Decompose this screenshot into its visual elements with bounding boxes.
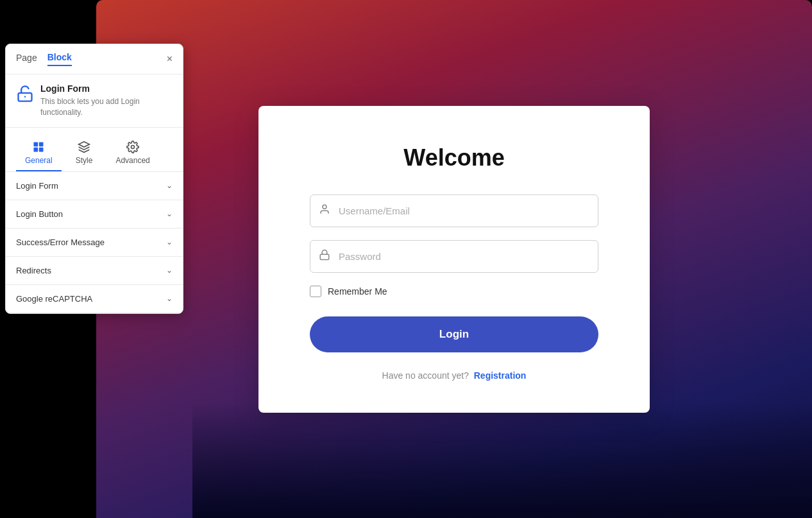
svg-point-6 — [131, 145, 135, 148]
registration-link[interactable]: Registration — [474, 370, 527, 381]
accordion-redirects-label: Redirects — [16, 266, 51, 275]
chevron-down-icon: ⌄ — [166, 237, 173, 246]
close-button[interactable]: × — [167, 54, 173, 64]
svg-point-7 — [323, 205, 326, 209]
username-group — [310, 194, 598, 227]
tab-block[interactable]: Block — [47, 52, 72, 66]
accordion-login-form-header[interactable]: Login Form ⌄ — [6, 172, 183, 200]
accordion-login-button: Login Button ⌄ — [6, 200, 183, 229]
accordion-login-button-header[interactable]: Login Button ⌄ — [6, 200, 183, 228]
password-input[interactable] — [310, 240, 598, 273]
accordion-redirects: Redirects ⌄ — [6, 257, 183, 285]
tab-advanced[interactable]: Advanced — [106, 135, 158, 171]
general-icon — [32, 141, 45, 153]
remember-label[interactable]: Remember Me — [328, 286, 387, 297]
block-title: Login Form — [40, 83, 173, 94]
svg-rect-3 — [39, 142, 44, 146]
block-desc: This block lets you add Login functional… — [40, 96, 173, 118]
panel-header: Page Block × — [6, 44, 183, 74]
user-icon — [319, 203, 330, 218]
advanced-icon — [126, 141, 139, 153]
remember-checkbox[interactable] — [310, 286, 321, 297]
settings-panel: Page Block × Login Form This block lets … — [5, 44, 183, 314]
accordion-login-button-label: Login Button — [16, 209, 63, 219]
tab-style-label: Style — [76, 156, 93, 165]
lock-icon — [319, 249, 330, 263]
svg-rect-5 — [39, 147, 44, 151]
no-account-text: Have no account yet? — [382, 370, 469, 381]
login-button[interactable]: Login — [310, 316, 598, 352]
login-card: Welcome Remember Me Login — [258, 106, 650, 413]
chevron-down-icon: ⌄ — [166, 181, 173, 190]
tab-style[interactable]: Style — [67, 135, 102, 171]
svg-rect-8 — [320, 254, 329, 259]
tab-general-label: General — [25, 156, 53, 165]
tab-page[interactable]: Page — [16, 53, 37, 65]
password-group — [310, 240, 598, 273]
accordion-recaptcha-header[interactable]: Google reCAPTCHA ⌄ — [6, 285, 183, 313]
tab-general[interactable]: General — [16, 135, 62, 171]
remember-me-group: Remember Me — [310, 286, 598, 297]
accordion-login-form-label: Login Form — [16, 181, 58, 191]
chevron-down-icon: ⌄ — [166, 209, 173, 218]
accordion-success-error: Success/Error Message ⌄ — [6, 229, 183, 257]
tab-advanced-label: Advanced — [115, 156, 149, 165]
accordion-recaptcha: Google reCAPTCHA ⌄ — [6, 285, 183, 313]
chevron-down-icon: ⌄ — [166, 266, 173, 275]
chevron-down-icon: ⌄ — [166, 294, 173, 303]
register-text: Have no account yet? Registration — [310, 370, 598, 381]
style-icon — [78, 141, 90, 153]
accordion-success-error-label: Success/Error Message — [16, 237, 105, 247]
svg-rect-4 — [34, 147, 38, 151]
block-info-text: Login Form This block lets you add Login… — [40, 83, 173, 118]
accordion-redirects-header[interactable]: Redirects ⌄ — [6, 257, 183, 284]
accordion-login-form: Login Form ⌄ — [6, 172, 183, 200]
svg-rect-2 — [34, 142, 38, 146]
svg-point-1 — [24, 96, 26, 98]
login-title: Welcome — [310, 144, 598, 171]
block-info: Login Form This block lets you add Login… — [6, 74, 183, 128]
accordion-recaptcha-label: Google reCAPTCHA — [16, 294, 92, 304]
main-content: Welcome Remember Me Login — [96, 0, 812, 518]
username-input[interactable] — [310, 194, 598, 227]
login-form-icon — [16, 85, 34, 103]
icon-tabs: General Style Advanced — [6, 128, 183, 172]
accordion-success-error-header[interactable]: Success/Error Message ⌄ — [6, 229, 183, 256]
